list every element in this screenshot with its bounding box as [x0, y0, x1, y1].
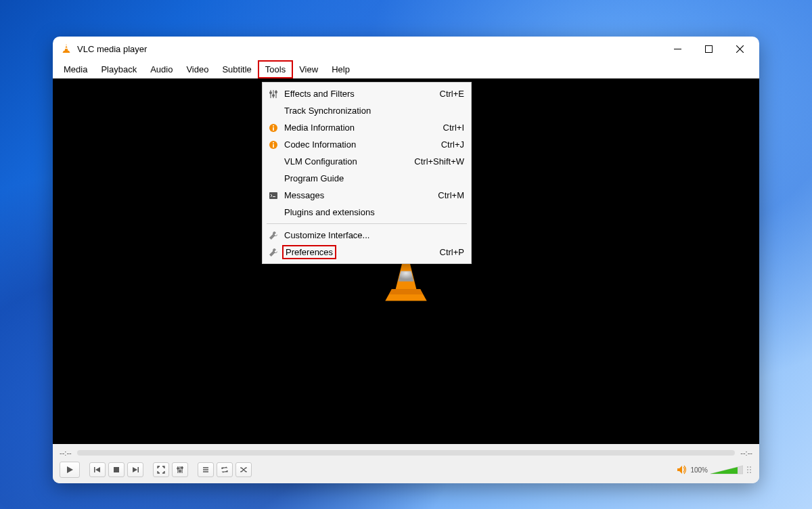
svg-point-30 — [273, 94, 275, 96]
svg-marker-15 — [133, 467, 137, 472]
info-icon — [267, 139, 280, 150]
extended-settings-button[interactable] — [172, 462, 188, 477]
window-controls — [662, 38, 755, 60]
menu-messages[interactable]: Messages Ctrl+M — [263, 187, 471, 204]
svg-marker-0 — [65, 44, 68, 51]
menu-media-information[interactable]: Media Information Ctrl+I — [263, 119, 471, 136]
menu-audio[interactable]: Audio — [143, 61, 179, 78]
svg-point-27 — [747, 472, 748, 473]
menu-plugins-and-extensions[interactable]: Plugins and extensions — [263, 204, 471, 221]
menu-subtitle[interactable]: Subtitle — [215, 61, 258, 78]
svg-rect-4 — [674, 49, 681, 49]
menubar: Media Playback Audio Video Subtitle Tool… — [53, 61, 759, 79]
loop-button[interactable] — [217, 462, 233, 477]
seek-bar[interactable] — [77, 450, 736, 456]
menu-program-guide[interactable]: Program Guide — [263, 170, 471, 187]
menu-media[interactable]: Media — [57, 61, 94, 78]
svg-point-28 — [750, 472, 751, 473]
svg-rect-38 — [269, 192, 277, 199]
svg-point-37 — [273, 142, 274, 143]
svg-marker-10 — [389, 289, 423, 294]
sliders-icon — [267, 89, 280, 99]
maximize-button[interactable] — [693, 38, 724, 60]
stop-button[interactable] — [108, 462, 125, 477]
next-button[interactable] — [127, 462, 143, 477]
tools-dropdown: Effects and Filters Ctrl+E Track Synchro… — [262, 82, 472, 264]
svg-rect-14 — [114, 467, 119, 472]
speaker-icon[interactable] — [677, 464, 687, 475]
menu-preferences[interactable]: Preferences Ctrl+P — [263, 244, 471, 261]
svg-point-24 — [750, 466, 751, 468]
wrench-icon — [267, 247, 280, 258]
svg-rect-16 — [138, 467, 139, 472]
volume-percentage: 100% — [690, 466, 708, 474]
svg-rect-36 — [273, 144, 274, 148]
vlc-cone-icon — [61, 43, 72, 54]
shuffle-button[interactable] — [235, 462, 252, 477]
menu-vlm-configuration[interactable]: VLM Configuration Ctrl+Shift+W — [263, 153, 471, 170]
svg-point-31 — [275, 91, 277, 93]
svg-rect-39 — [273, 196, 275, 197]
minimize-button[interactable] — [662, 38, 693, 60]
svg-point-34 — [273, 125, 274, 127]
svg-marker-13 — [95, 467, 100, 472]
menu-customize-interface[interactable]: Customize Interface... — [263, 227, 471, 244]
svg-marker-3 — [63, 51, 70, 53]
app-title: VLC media player — [77, 44, 147, 54]
menu-separator — [267, 223, 467, 224]
svg-point-19 — [181, 467, 183, 468]
svg-marker-8 — [398, 271, 413, 281]
previous-button[interactable] — [89, 462, 106, 477]
menu-help[interactable]: Help — [325, 61, 357, 78]
grip-icon — [746, 464, 752, 476]
menu-view[interactable]: View — [292, 61, 325, 78]
menu-tools[interactable]: Tools — [258, 61, 292, 78]
elapsed-time: --:-- — [60, 449, 72, 457]
svg-rect-5 — [705, 45, 712, 52]
svg-marker-20 — [677, 466, 682, 474]
svg-point-18 — [179, 470, 181, 472]
svg-marker-11 — [67, 466, 73, 473]
play-button[interactable] — [60, 462, 80, 478]
svg-point-26 — [750, 469, 751, 470]
svg-point-25 — [747, 469, 748, 470]
svg-point-29 — [270, 91, 272, 93]
total-time: --:-- — [740, 449, 752, 457]
titlebar: VLC media player — [53, 37, 759, 61]
wrench-icon — [267, 230, 280, 241]
volume-slider[interactable] — [710, 464, 743, 475]
menu-video[interactable]: Video — [179, 61, 215, 78]
menu-playback[interactable]: Playback — [94, 61, 143, 78]
fullscreen-button[interactable] — [153, 462, 169, 477]
svg-rect-1 — [66, 45, 68, 47]
svg-rect-2 — [65, 48, 68, 49]
svg-point-23 — [747, 466, 748, 468]
controls-bar: --:-- --:-- — [53, 444, 759, 483]
playlist-button[interactable] — [198, 462, 214, 477]
svg-rect-33 — [273, 127, 274, 131]
menu-codec-information[interactable]: Codec Information Ctrl+J — [263, 136, 471, 153]
svg-marker-22 — [710, 467, 738, 474]
volume-block: 100% — [677, 464, 752, 476]
svg-point-17 — [177, 468, 179, 469]
terminal-icon — [267, 190, 280, 201]
menu-track-synchronization[interactable]: Track Synchronization — [263, 102, 471, 119]
svg-rect-12 — [94, 467, 95, 472]
info-icon — [267, 123, 280, 133]
menu-effects-and-filters[interactable]: Effects and Filters Ctrl+E — [263, 85, 471, 102]
close-button[interactable] — [724, 38, 755, 60]
